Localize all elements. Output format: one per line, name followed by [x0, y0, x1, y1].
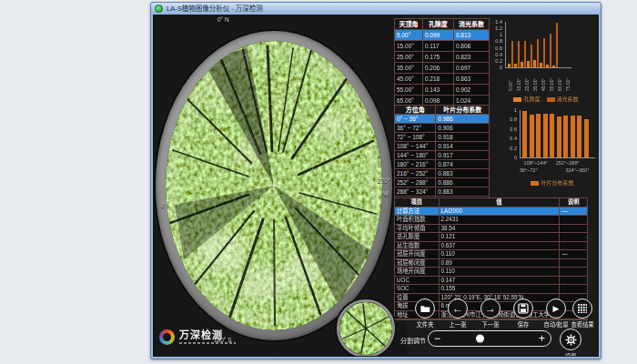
brand-logo: 万深检测	[159, 329, 236, 345]
bar-group	[514, 41, 520, 67]
canopy-photo[interactable]	[166, 41, 382, 330]
x-axis-label: 15.00°	[515, 69, 522, 91]
table-row[interactable]: 180° ~ 216°0.874	[395, 160, 489, 169]
bar-group	[521, 41, 526, 67]
bar	[552, 66, 555, 67]
bar	[511, 41, 514, 67]
table-row[interactable]: 72° ~ 108°0.918	[395, 133, 489, 142]
table-cell	[560, 242, 587, 251]
bar	[533, 60, 536, 67]
table-cell: 0.883	[436, 187, 489, 197]
slider-thumb[interactable]	[476, 335, 484, 343]
table-cell	[560, 259, 587, 268]
table-row[interactable]: 108° ~ 144°0.914	[395, 142, 489, 151]
table-cell: 0.121	[440, 233, 561, 242]
y-axis-tick: 0.4	[495, 52, 502, 57]
table-cell: 0.175	[423, 52, 454, 63]
table-cell: 0.147	[440, 277, 561, 286]
column-header: 项目	[395, 198, 440, 207]
table-row[interactable]: 216° ~ 252°0.883	[395, 169, 489, 178]
arrow-left-icon: ←	[452, 303, 463, 314]
table-cell: 0.099	[423, 30, 454, 41]
table-row[interactable]: 25.00°0.1750.823	[395, 52, 489, 63]
bar	[571, 116, 575, 157]
table-cell: 平均叶倾角	[395, 225, 440, 234]
table-row[interactable]: 计算方法LAI2000—	[395, 207, 587, 217]
table-cell: 0.637	[440, 242, 561, 251]
y-axis-tick: 0.2	[495, 58, 502, 64]
legend-label: 孔隙度	[523, 96, 540, 102]
gear-icon	[565, 334, 577, 346]
bar	[543, 114, 548, 157]
y-axis-tick: 0.2	[510, 146, 517, 151]
table-row[interactable]: 15.00°0.1170.808	[395, 41, 489, 52]
bar	[527, 61, 530, 67]
table-row[interactable]: 45.00°0.2180.863	[395, 74, 489, 85]
table-cell	[560, 268, 587, 277]
table-row[interactable]: 36° ~ 72°0.906	[395, 124, 489, 133]
table-row[interactable]: 叶面积指数2.2431	[395, 216, 587, 225]
table-cell: 冠层郁闭度	[395, 259, 440, 268]
table-cell: 0.886	[436, 178, 489, 187]
table-cell: SOC	[395, 285, 440, 294]
column-header: 值	[440, 198, 561, 207]
table-cell: 0.906	[436, 124, 489, 133]
settings-button[interactable]: 设置	[555, 329, 586, 357]
legend-label: 消光系数	[557, 96, 579, 102]
brand-logo-subtext	[179, 342, 236, 345]
table-row[interactable]: UOC0.147	[395, 277, 587, 286]
folder-button-label: 文件夹	[410, 320, 440, 329]
bar	[557, 116, 561, 157]
table-cell: 45.00°	[395, 74, 423, 85]
titlebar[interactable]: LA-S植物图像分析仪 - 万深检测	[151, 3, 601, 15]
view-results-button[interactable]: 查看结果	[567, 298, 598, 329]
y-axis-tick: 0.8	[495, 38, 502, 44]
folder-button[interactable]: 文件夹	[410, 298, 440, 329]
table-row[interactable]: 35.00°0.2060.697	[395, 63, 489, 74]
table-row[interactable]: 总孔隙度0.121	[395, 233, 587, 242]
table-row[interactable]: 丛生指数0.637	[395, 242, 587, 251]
table-header-row: 天顶角孔隙度消光系数	[395, 19, 489, 30]
y-axis-tick: 1	[514, 107, 517, 113]
y-axis-tick: 0	[500, 65, 502, 70]
table-row[interactable]: 冠层开阔度0.110—	[395, 250, 587, 259]
desktop: LA-S植物图像分析仪 - 万深检测	[0, 0, 637, 364]
table-cell	[560, 216, 587, 225]
window-title: LA-S植物图像分析仪 - 万深检测	[167, 3, 263, 15]
table-row[interactable]: 144° ~ 180°0.917	[395, 151, 489, 160]
table-row[interactable]: 平均叶倾角38.54	[395, 225, 587, 234]
table-row[interactable]: 55.00°0.1430.902	[395, 85, 489, 96]
table-cell: UOC	[395, 277, 440, 286]
grid-icon	[577, 303, 588, 314]
table-row[interactable]: SOC0.155	[395, 285, 587, 294]
table-row[interactable]: 288° ~ 324°0.883	[395, 187, 489, 197]
y-axis-tick: 1	[500, 32, 502, 37]
slider-plus-button[interactable]: +	[539, 332, 545, 345]
table-cell	[560, 277, 587, 286]
bar	[514, 64, 517, 67]
next-button[interactable]: → 下一张	[475, 298, 506, 329]
table-cell: 25.00°	[395, 52, 423, 63]
table-row[interactable]: 场地开阔度0.110	[395, 268, 587, 277]
bar-group	[540, 38, 545, 67]
save-button[interactable]: 保存	[508, 298, 539, 329]
column-header: 说明	[560, 198, 587, 207]
table-row[interactable]: 0° ~ 36°0.986	[395, 115, 489, 124]
previous-button[interactable]: ← 上一张	[442, 298, 473, 329]
segmentation-slider[interactable]: − +	[428, 330, 551, 347]
table-row[interactable]: 252° ~ 288°0.886	[395, 178, 489, 187]
table-row[interactable]: 5.00°0.0990.813	[395, 30, 489, 41]
table-cell: 0.110	[440, 250, 561, 259]
photo-thumbnail[interactable]	[337, 299, 395, 357]
table-cell: 0.697	[454, 63, 489, 74]
table-cell: —	[560, 207, 587, 217]
settings-button-label: 设置	[555, 352, 586, 358]
slider-minus-button[interactable]: −	[434, 332, 440, 345]
table-cell: 0.917	[436, 151, 489, 160]
canopy-image	[166, 41, 382, 330]
next-button-label: 下一张	[475, 320, 506, 329]
bar	[543, 38, 546, 67]
table-row[interactable]: 冠层郁闭度0.89	[395, 259, 587, 268]
bar	[584, 119, 589, 157]
bar	[530, 115, 534, 157]
